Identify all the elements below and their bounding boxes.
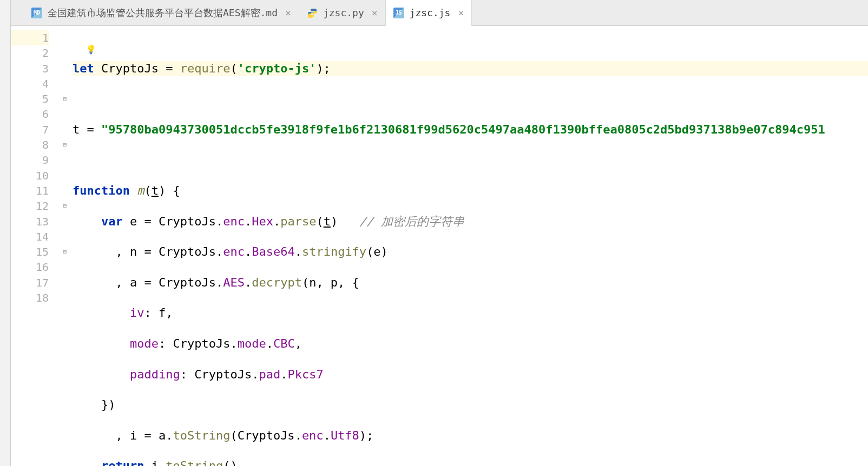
tab-file-py[interactable]: jzsc.py ×	[299, 0, 386, 26]
line-number: 12	[11, 198, 49, 214]
fold-none	[60, 168, 70, 183]
code-line: , i = a.toString(CryptoJs.enc.Utf8);	[73, 428, 868, 443]
fold-none	[60, 229, 70, 244]
line-number: 16	[11, 259, 49, 275]
close-icon[interactable]: ×	[370, 7, 378, 18]
fold-open-icon[interactable]: ⊟	[60, 137, 70, 152]
fold-none	[60, 30, 70, 45]
js-file-icon: JS	[393, 8, 404, 18]
tab-label: 全国建筑市场监管公共服务平台平台数据AES解密.md	[48, 6, 278, 19]
line-number: 14	[11, 229, 49, 244]
fold-close-icon[interactable]: ⊟	[60, 244, 70, 259]
code-line: t = "95780ba0943730051dccb5fe3918f9fe1b6…	[73, 122, 868, 137]
code-line: , a = CryptoJs.AES.decrypt(n, p, {	[73, 275, 868, 290]
code-line: , n = CryptoJs.enc.Base64.stringify(e)	[73, 244, 868, 259]
fold-open-icon[interactable]: ⊟	[60, 91, 70, 106]
line-number: 4	[11, 76, 49, 91]
line-number: 1	[11, 30, 49, 45]
code-line: return i.toString()	[73, 458, 868, 466]
fold-none	[60, 183, 70, 198]
intention-bulb-icon[interactable]: 💡	[86, 42, 96, 57]
fold-none	[60, 152, 70, 168]
fold-none	[60, 45, 70, 61]
tab-file-md[interactable]: MD 全国建筑市场监管公共服务平台平台数据AES解密.md ×	[24, 0, 299, 26]
line-number: 13	[11, 214, 49, 229]
line-number: 10	[11, 168, 49, 183]
tab-file-js[interactable]: JS jzsc.js ×	[386, 0, 472, 26]
tab-label: jzsc.py	[323, 7, 364, 18]
fold-gutter: ⊟ ⊟ ⊟ ⊟	[60, 26, 70, 466]
line-number: 11	[11, 183, 49, 198]
fold-close-icon[interactable]: ⊟	[60, 198, 70, 214]
code-line: function m(t) {	[73, 183, 868, 198]
fold-none	[60, 76, 70, 91]
line-number: 6	[11, 106, 49, 122]
editor-tabs-bar: MD 全国建筑市场监管公共服务平台平台数据AES解密.md × jzsc.py …	[11, 0, 868, 26]
close-icon[interactable]: ×	[283, 7, 291, 18]
close-icon[interactable]: ×	[456, 7, 464, 18]
code-editor[interactable]: 1 2 3 4 5 6 7 8 9 10 11 12 13 14 15 16 1…	[11, 26, 868, 466]
line-number: 2	[11, 45, 49, 61]
code-line: padding: CryptoJs.pad.Pkcs7	[73, 367, 868, 382]
code-line	[73, 91, 868, 106]
fold-none	[60, 214, 70, 229]
line-number-gutter: 1 2 3 4 5 6 7 8 9 10 11 12 13 14 15 16 1…	[11, 26, 60, 466]
code-line	[73, 152, 868, 168]
markdown-file-icon: MD	[31, 8, 42, 18]
code-line: mode: CryptoJs.mode.CBC,	[73, 336, 868, 351]
fold-none	[60, 106, 70, 122]
line-number: 5	[11, 91, 49, 106]
line-number: 15	[11, 244, 49, 259]
line-number: 7	[11, 122, 49, 137]
line-number: 18	[11, 290, 49, 305]
tab-label: jzsc.js	[410, 7, 451, 18]
line-number: 17	[11, 275, 49, 290]
fold-none	[60, 122, 70, 137]
python-file-icon	[307, 8, 318, 18]
left-tool-strip	[0, 0, 11, 466]
code-content[interactable]: 💡 let CryptoJs = require('crypto-js'); t…	[70, 26, 868, 466]
code-line: let CryptoJs = require('crypto-js');	[73, 61, 868, 76]
line-number: 9	[11, 152, 49, 168]
code-line: var e = CryptoJs.enc.Hex.parse(t) // 加密后…	[73, 214, 868, 229]
fold-none	[60, 61, 70, 76]
code-line: })	[73, 397, 868, 412]
line-number: 8	[11, 137, 49, 152]
code-line: iv: f,	[73, 305, 868, 321]
line-number: 3	[11, 61, 49, 76]
